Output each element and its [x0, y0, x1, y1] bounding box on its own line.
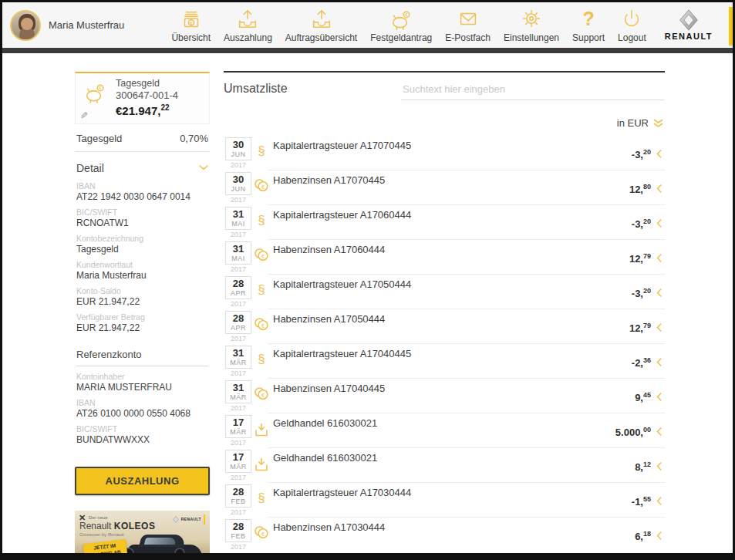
envelope-icon: [454, 8, 482, 31]
detail-field: IBAN AT22 1942 0030 0647 0014: [75, 181, 210, 202]
paragraph-icon: §: [258, 143, 265, 158]
transaction-description: Habenzinsen A17030444: [273, 521, 385, 533]
transaction-year: 2017: [225, 265, 251, 273]
ad-subtitle: Crossover by Renault: [79, 532, 124, 537]
svg-text:€: €: [261, 323, 265, 329]
gold-edge-tab: [729, 7, 733, 46]
transaction-description: Habenzinsen A17070445: [273, 174, 385, 186]
tray-arrow-down-icon: [254, 423, 269, 437]
renault-brand[interactable]: RENAULT: [665, 9, 713, 41]
transaction-type-icon: § €: [253, 178, 270, 192]
chevron-left-icon[interactable]: [656, 150, 662, 158]
field-label: Kundenwortlaut: [76, 260, 208, 269]
field-label: BIC/SWIFT: [76, 207, 208, 217]
renault-diamond-logo: [173, 516, 179, 523]
app-window: Maria Musterfrau € Übersicht Auszahlung: [0, 0, 735, 560]
transaction-row[interactable]: 28 FEB 2017 § €: [224, 482, 665, 517]
nav-item-uebersicht[interactable]: € Übersicht: [171, 8, 211, 43]
field-label: Verfügbarer Betrag: [76, 312, 208, 322]
transaction-row[interactable]: 30 JUN 2017 § €: [224, 170, 665, 204]
svg-text:€: €: [261, 184, 265, 190]
detail-field: Verfügbarer Betrag EUR 21.947,22: [75, 312, 210, 333]
main-nav: € Übersicht Auszahlung Auftragsübersicht: [171, 8, 649, 43]
nav-item-einstellungen[interactable]: Einstellungen: [504, 8, 559, 43]
edit-pencil-icon[interactable]: ✎: [80, 110, 88, 121]
transaction-row[interactable]: 28 FEB 2017 § €: [224, 517, 665, 552]
transaction-row[interactable]: 17 MÄR 2017 § €: [224, 413, 665, 447]
transaction-date: 28 APR: [225, 311, 251, 334]
transaction-amount: 8,12: [635, 460, 651, 473]
field-value: AT26 0100 0000 0550 4068: [76, 408, 208, 419]
transaction-amount: 12,80: [629, 183, 651, 195]
account-number: 300647-001-4: [116, 89, 178, 103]
field-label: Kontoinhaber: [76, 372, 208, 381]
chevron-left-icon[interactable]: [656, 462, 662, 471]
transaction-row[interactable]: 30 JUN 2017 § €: [224, 135, 665, 170]
payout-button[interactable]: AUSZAHLUNG: [75, 467, 210, 495]
transaction-amount: 12,79: [629, 322, 651, 334]
chevron-left-icon[interactable]: [656, 531, 662, 540]
transaction-year: 2017: [225, 369, 251, 377]
search-input[interactable]: [401, 80, 665, 100]
transaction-year: 2017: [225, 439, 251, 447]
transaction-row[interactable]: 31 MAI 2017 § €: [224, 239, 665, 274]
nav-item-auszahlung[interactable]: Auszahlung: [224, 8, 272, 43]
transaction-type-icon: § €: [253, 491, 270, 506]
nav-item-epostfach[interactable]: E-Postfach: [445, 8, 491, 43]
panel-titlebar: Umsatzliste: [224, 73, 665, 100]
transaction-row[interactable]: 17 MÄR 2017 § €: [224, 447, 665, 482]
chevron-down-icon[interactable]: [199, 165, 208, 170]
coins-icon: €: [254, 248, 269, 261]
chevron-left-icon[interactable]: [656, 393, 662, 401]
paragraph-icon: §: [258, 213, 265, 228]
chevron-left-icon[interactable]: [656, 497, 662, 505]
question-mark-icon: ?: [582, 8, 594, 31]
account-card[interactable]: € ✎ Tagesgeld 300647-001-4 €21.947,22: [75, 72, 210, 124]
currency-sort-control[interactable]: in EUR: [224, 117, 665, 129]
transaction-year: 2017: [225, 300, 251, 308]
chevron-left-icon[interactable]: [656, 219, 662, 228]
chevron-left-icon[interactable]: [656, 358, 662, 366]
top-navbar: Maria Musterfrau € Übersicht Auszahlung: [2, 2, 733, 48]
nav-item-logout[interactable]: Logout: [618, 8, 646, 43]
field-value: Tagesgeld: [76, 244, 208, 255]
transaction-row[interactable]: 31 MÄR 2017 § €: [224, 343, 665, 378]
field-value: BUNDATWWXXX: [76, 434, 208, 445]
detail-field: Kontobezeichnung Tagesgeld: [75, 234, 210, 255]
chevron-left-icon[interactable]: [656, 323, 662, 332]
chevron-left-icon[interactable]: [656, 254, 662, 262]
tray-arrow-up-icon: [308, 8, 335, 31]
svg-text:€: €: [261, 531, 265, 537]
field-value: Maria Musterfrau: [76, 270, 208, 281]
tray-arrow-up-icon: [234, 8, 261, 31]
double-chevron-down-icon: [653, 119, 663, 128]
transaction-amount: 12,79: [629, 252, 651, 265]
transaction-amount: 9,45: [635, 391, 651, 403]
coins-icon: €: [254, 386, 269, 400]
transaction-row[interactable]: 31 MAI 2017 § €: [224, 204, 665, 239]
transaction-row[interactable]: 28 APR 2017 § €: [224, 309, 665, 343]
detail-section-header[interactable]: Detail: [75, 152, 210, 176]
user-avatar[interactable]: [10, 10, 41, 41]
nav-item-festgeldantrag[interactable]: € Festgeldantrag: [370, 8, 432, 43]
account-balance: €21.947,22: [116, 103, 178, 119]
transaction-description: Habenzinsen A17060444: [273, 244, 385, 255]
transaction-description: Geldhandel 616030021: [273, 417, 377, 429]
transaction-amount: -3,20: [632, 287, 651, 299]
nav-item-auftragsuebersicht[interactable]: Auftragsübersicht: [285, 8, 357, 43]
transaction-year: 2017: [225, 508, 251, 516]
field-value: MARIA MUSTERFRAU: [76, 382, 208, 393]
transaction-date: 28 FEB: [225, 519, 251, 542]
transaction-year: 2017: [225, 161, 251, 169]
chevron-left-icon[interactable]: [656, 427, 662, 436]
paragraph-icon: §: [258, 282, 265, 297]
nav-item-support[interactable]: ? Support: [572, 8, 605, 43]
transaction-date: 31 MÄR: [225, 346, 251, 369]
transaction-row[interactable]: 31 MÄR 2017 § €: [224, 378, 665, 413]
chevron-left-icon[interactable]: [656, 288, 662, 297]
chevron-left-icon[interactable]: [656, 184, 662, 193]
transaction-row[interactable]: 28 APR 2017 § €: [224, 274, 665, 309]
transaction-description: Habenzinsen A17050444: [273, 313, 385, 325]
paragraph-icon: §: [258, 352, 265, 366]
account-sidebar: € ✎ Tagesgeld 300647-001-4 €21.947,22 Ta…: [75, 72, 210, 560]
